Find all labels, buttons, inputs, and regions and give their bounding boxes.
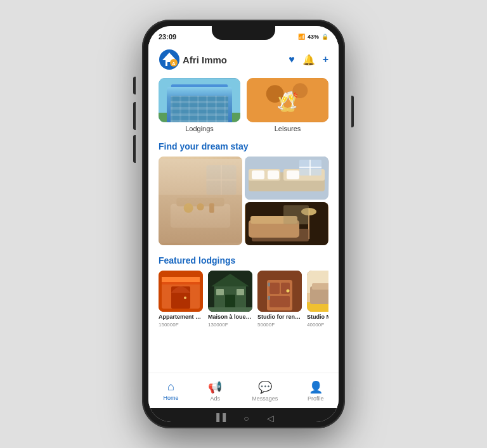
logo-area: A Afri Immo: [159, 49, 227, 70]
svg-point-25: [281, 107, 289, 112]
featured-title: Featured lodgings: [159, 253, 328, 271]
featured-section: Featured lodgings: [148, 253, 339, 336]
svg-point-21: [266, 85, 284, 103]
dream-grid: [148, 157, 339, 253]
svg-rect-58: [162, 277, 200, 282]
dream-section-title: Find your dream stay: [148, 139, 339, 157]
volume-down-button: [133, 135, 136, 163]
featured-scroll: Appartement ultra moderne... 150000F: [159, 271, 328, 330]
battery-text: 43%: [308, 34, 319, 40]
svg-rect-33: [209, 203, 214, 213]
featured-price-4: 40000F: [307, 322, 328, 328]
bell-icon[interactable]: 🔔: [302, 54, 315, 66]
home-icon: ⌂: [167, 380, 174, 394]
lodgings-label: Lodgings: [185, 125, 214, 132]
featured-price-1: 150000F: [159, 322, 203, 328]
dream-room-1[interactable]: [159, 157, 242, 245]
svg-rect-15: [187, 99, 193, 104]
nav-home[interactable]: ⌂ Home: [158, 378, 183, 404]
app-logo-icon: A: [159, 49, 180, 70]
svg-rect-79: [312, 283, 328, 290]
nav-ads[interactable]: 📢 Ads: [203, 378, 227, 404]
status-icons: 📶 43% 🔒: [298, 34, 328, 40]
svg-point-32: [197, 203, 204, 210]
back-arrow-icon[interactable]: ◁: [267, 413, 274, 422]
svg-line-23: [280, 97, 285, 110]
phone-device: 23:09 📶 43% 🔒 A: [142, 20, 345, 428]
featured-card-2[interactable]: Maison à louer à Deido Douala 130000F: [208, 271, 252, 328]
svg-rect-53: [283, 205, 309, 224]
power-button: [351, 96, 354, 127]
featured-img-3: [257, 271, 302, 312]
leisures-label: Leisures: [275, 125, 301, 132]
like-icon[interactable]: ♥: [289, 54, 295, 65]
messages-label: Messages: [252, 395, 278, 402]
ads-label: Ads: [211, 395, 221, 402]
volume-up-button: [133, 102, 136, 130]
dream-room-2[interactable]: [245, 157, 328, 200]
svg-rect-43: [287, 170, 299, 179]
svg-rect-28: [159, 195, 242, 243]
svg-rect-59: [162, 282, 200, 285]
svg-point-57: [184, 297, 186, 299]
header-actions: ♥ 🔔 +: [289, 54, 328, 66]
category-section: Lodgings: [148, 74, 339, 139]
svg-rect-65: [237, 289, 244, 295]
battery-icon: 🔒: [321, 34, 328, 40]
svg-rect-13: [215, 91, 221, 96]
svg-rect-42: [268, 170, 279, 179]
svg-rect-9: [178, 91, 184, 96]
featured-img-4: [307, 271, 328, 312]
featured-card-4[interactable]: Studio Meublé 40000F: [307, 271, 328, 328]
leisures-image: [247, 78, 328, 122]
svg-rect-66: [208, 307, 252, 312]
svg-rect-10: [187, 91, 193, 96]
featured-card-3[interactable]: Studio for rent Mile 4, Limbe, ... 50000…: [257, 271, 302, 328]
svg-rect-8: [174, 87, 224, 116]
svg-rect-64: [216, 289, 224, 295]
mute-button: [133, 77, 136, 94]
app-header: A Afri Immo ♥ 🔔 +: [148, 44, 339, 74]
svg-rect-27: [159, 159, 242, 243]
svg-rect-18: [215, 99, 221, 104]
svg-rect-11: [197, 91, 203, 96]
svg-rect-71: [269, 296, 290, 307]
profile-icon: 👤: [309, 380, 323, 394]
add-icon[interactable]: +: [323, 54, 328, 65]
featured-name-3: Studio for rent Mile 4, Limbe, ...: [257, 314, 302, 321]
svg-point-72: [287, 290, 290, 293]
recent-apps-icon[interactable]: ▐▐: [213, 413, 226, 422]
profile-label: Profile: [308, 395, 324, 402]
ads-icon: 📢: [208, 380, 222, 394]
featured-price-2: 130000F: [208, 322, 252, 328]
nav-messages[interactable]: 💬 Messages: [247, 378, 283, 404]
svg-rect-29: [171, 204, 230, 228]
category-lodgings[interactable]: Lodgings: [159, 78, 240, 132]
home-label: Home: [163, 395, 178, 401]
phone-gesture-bar: ▐▐ ○ ◁: [148, 408, 339, 422]
svg-line-24: [290, 94, 295, 110]
svg-rect-30: [176, 198, 224, 206]
featured-img-2: [208, 271, 252, 312]
svg-point-31: [184, 203, 193, 213]
svg-rect-17: [205, 99, 212, 104]
svg-text:A: A: [172, 61, 176, 67]
svg-rect-69: [269, 283, 280, 294]
featured-price-3: 50000F: [257, 322, 302, 328]
featured-name-1: Appartement ultra moderne...: [159, 314, 203, 321]
svg-rect-16: [197, 99, 203, 104]
logo-text: Afri Immo: [183, 54, 227, 65]
svg-rect-14: [178, 99, 184, 104]
messages-icon: 💬: [258, 380, 272, 394]
category-leisures[interactable]: Leisures: [247, 78, 328, 132]
category-row: Lodgings: [159, 78, 328, 132]
featured-name-2: Maison à louer à Deido Douala: [208, 314, 252, 321]
nav-profile[interactable]: 👤 Profile: [302, 378, 329, 404]
svg-rect-74: [268, 296, 270, 300]
svg-rect-34: [206, 165, 236, 195]
lodgings-image: [159, 78, 240, 122]
dream-room-3[interactable]: [245, 202, 328, 245]
svg-point-26: [287, 107, 295, 112]
home-circle-icon[interactable]: ○: [244, 413, 249, 422]
featured-card-1[interactable]: Appartement ultra moderne... 150000F: [159, 271, 203, 328]
